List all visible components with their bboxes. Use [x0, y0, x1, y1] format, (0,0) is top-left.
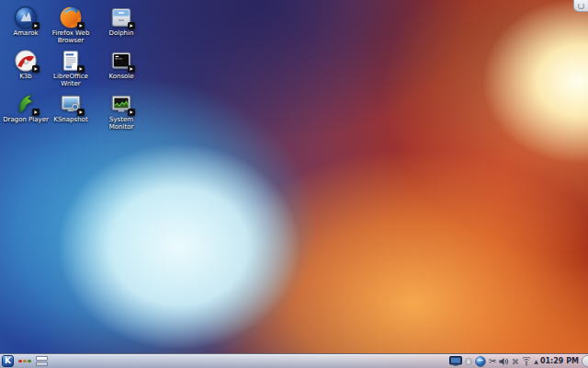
- cashew-icon: [578, 3, 584, 9]
- firefox-icon: [59, 6, 83, 29]
- desktop-shortcut-k3b[interactable]: K3b: [3, 49, 49, 81]
- kde-application-launcher-button[interactable]: K: [2, 355, 14, 367]
- libreoffice-writer-icon: [59, 49, 83, 73]
- shortcut-arrow-emblem: [77, 109, 85, 116]
- x-glyph: [512, 358, 519, 365]
- shortcut-label: System Monitor: [98, 117, 144, 131]
- desktop-shortcut-dolphin[interactable]: Dolphin: [98, 6, 144, 38]
- panel-toolbox-cashew[interactable]: [582, 355, 588, 367]
- desktop-wallpaper: Amarok Firefox Web Browser: [0, 0, 588, 368]
- dragon-player-icon: [14, 92, 38, 116]
- shortcut-label: Dragon Player: [3, 117, 49, 124]
- virtual-desktop-pager[interactable]: [36, 356, 48, 366]
- shortcut-label: Konsole: [98, 74, 144, 81]
- system-tray: ✂ ▲: [449, 356, 538, 367]
- dolphin-icon: [109, 6, 133, 29]
- shortcut-label: LibreOffice Writer: [48, 74, 94, 87]
- shortcut-arrow-emblem: [32, 109, 40, 116]
- tray-expander-arrow[interactable]: ▲: [534, 359, 538, 364]
- dot-green: [28, 360, 31, 363]
- shortcut-arrow-emblem: [77, 65, 85, 73]
- shortcut-arrow-emblem: [128, 22, 135, 29]
- system-monitor-icon: [109, 92, 133, 116]
- desktop-toolbox-cashew[interactable]: [573, 0, 588, 12]
- shortcut-arrow-emblem: [77, 22, 85, 29]
- status-x-icon[interactable]: [512, 358, 519, 365]
- shortcut-arrow-emblem: [128, 65, 135, 73]
- network-globe-icon[interactable]: [475, 356, 486, 367]
- display-settings-icon[interactable]: [449, 356, 462, 366]
- volume-icon[interactable]: [499, 357, 509, 366]
- shortcut-arrow-emblem: [32, 65, 40, 73]
- k3b-icon: [14, 49, 38, 73]
- quick-launch-icon[interactable]: [18, 360, 31, 363]
- shortcut-label: Firefox Web Browser: [48, 30, 94, 44]
- desktop-shortcut-firefox[interactable]: Firefox Web Browser: [48, 6, 94, 44]
- shortcut-label: Amarok: [3, 30, 49, 38]
- shortcut-label: K3b: [3, 74, 49, 81]
- shortcut-label: Dolphin: [98, 30, 144, 38]
- amarok-icon: [14, 6, 38, 29]
- taskbar-panel: K ✂: [0, 353, 588, 368]
- info-notification-icon[interactable]: [465, 358, 472, 365]
- digital-clock[interactable]: 01:29 PM: [540, 357, 579, 365]
- dot-amber: [23, 360, 27, 363]
- desktop-shortcut-system-monitor[interactable]: System Monitor: [98, 92, 144, 131]
- pager-desktop-1[interactable]: [36, 356, 48, 361]
- desktop-shortcut-dragon-player[interactable]: Dragon Player: [3, 92, 49, 124]
- dot-red: [18, 360, 22, 363]
- shortcut-arrow-emblem: [128, 109, 135, 116]
- shortcut-arrow-emblem: [32, 22, 40, 29]
- desktop-shortcut-konsole[interactable]: Konsole: [98, 49, 144, 81]
- desktop-shortcut-ksnapshot[interactable]: KSnapshot: [48, 92, 94, 124]
- ksnapshot-icon: [59, 92, 83, 116]
- pager-desktop-2[interactable]: [36, 362, 48, 366]
- desktop-shortcut-amarok[interactable]: Amarok: [3, 6, 49, 38]
- konsole-icon: [109, 49, 133, 73]
- shortcut-label: KSnapshot: [48, 117, 94, 124]
- klipper-clipboard-icon[interactable]: ✂: [489, 357, 496, 366]
- desktop-shortcut-libreoffice-writer[interactable]: LibreOffice Writer: [48, 49, 94, 87]
- network-signal-icon[interactable]: [522, 357, 531, 366]
